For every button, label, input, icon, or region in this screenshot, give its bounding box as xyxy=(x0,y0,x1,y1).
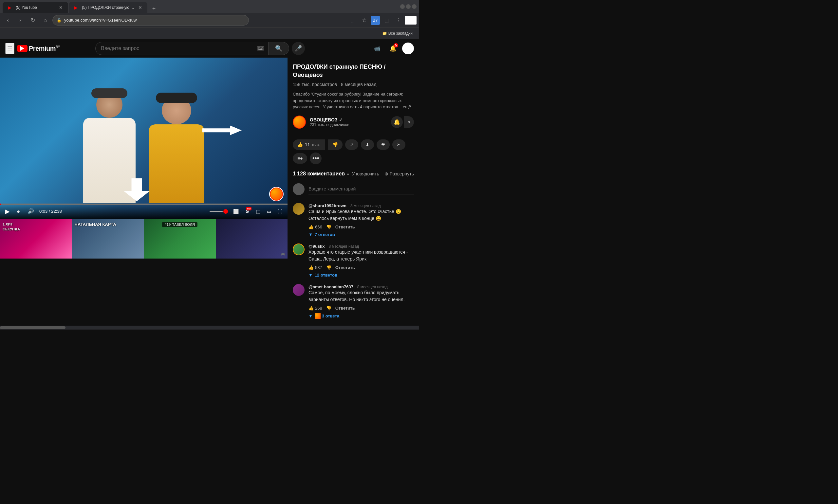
save-button[interactable]: ❤ xyxy=(377,140,390,150)
settings-badge: RD xyxy=(246,207,251,211)
bookmark-all[interactable]: 📁 Все закладки xyxy=(380,30,415,37)
fullscreen-button[interactable]: ⛶ xyxy=(276,208,284,215)
browser-tabs: ▶ (5) YouTube ✕ ▶ (5) ПРОДОЛЖИ странную … xyxy=(3,0,158,13)
theater-button[interactable]: ▭ xyxy=(266,208,273,215)
keyboard-button[interactable]: ⌨ xyxy=(253,42,268,55)
comment-1: @shura1992brown 8 месяцев назад Саша и Я… xyxy=(293,203,414,237)
maximize-button[interactable] xyxy=(406,4,411,9)
comment-author-2[interactable]: @9uslix xyxy=(309,244,325,249)
search-input[interactable] xyxy=(95,42,253,55)
settings-button[interactable]: ⋮ xyxy=(393,15,403,25)
tab-close-2[interactable]: ✕ xyxy=(138,5,142,10)
screen-cast-button[interactable]: ⬚ xyxy=(347,15,357,25)
thumbnail-2[interactable]: НАТАЛЬНАЯ КАРТА xyxy=(72,219,144,258)
comment-dislike-2[interactable]: 👎 xyxy=(326,265,331,270)
comment-input-row xyxy=(293,183,414,195)
comment-like-2[interactable]: 👍 537 xyxy=(309,265,322,270)
comment-like-1[interactable]: 👍 666 xyxy=(309,224,322,230)
channel-name-text: ОВОЩЕВОЗ xyxy=(310,117,338,122)
browser-tab-2[interactable]: ▶ (5) ПРОДОЛЖИ странную ПЕ... ✕ xyxy=(69,2,147,13)
yt-logo[interactable]: PremiumBY xyxy=(17,45,60,52)
next-button[interactable]: ⏭ xyxy=(15,208,22,215)
like-count-1: 666 xyxy=(315,224,322,230)
video-description[interactable]: Спасибо 'Студии союз' за рубрику! Задани… xyxy=(293,91,414,110)
channel-name[interactable]: ОВОЩЕВОЗ ✓ xyxy=(310,117,387,122)
yt-header-right: 📹 🔔 5 xyxy=(371,42,414,55)
like-button[interactable]: 👍 11 тыс. xyxy=(293,140,325,150)
profile-button[interactable]: BY xyxy=(371,16,380,25)
comment-2: @9uslix 8 месяцев назад Хорошо что стары… xyxy=(293,244,414,277)
like-count-2: 537 xyxy=(315,265,322,270)
browser-tab-1[interactable]: ▶ (5) YouTube ✕ xyxy=(3,2,68,13)
thumbnail-1[interactable]: 1 ХИТСЕКУНДА xyxy=(0,219,72,258)
more-actions-button[interactable]: ••• xyxy=(310,152,321,164)
comment-author-3[interactable]: @amet-hansaltan7637 xyxy=(309,284,353,289)
comment-input[interactable] xyxy=(309,184,414,194)
bookmark-button[interactable]: ☆ xyxy=(359,15,369,25)
queue-icon: ≡+ xyxy=(297,156,302,161)
channel-subscribers: 231 тыс. подписчиков xyxy=(310,122,387,127)
yt-header: ☰ PremiumBY ⌨ 🔍 🎤 📹 🔔 5 xyxy=(0,39,419,58)
comment-reply-2[interactable]: Ответить xyxy=(335,265,355,270)
comment-avatar-1[interactable] xyxy=(293,203,304,215)
show-replies-1[interactable]: ▼ 7 ответов xyxy=(309,232,414,237)
comment-reply-1[interactable]: Ответить xyxy=(335,224,355,230)
upload-button[interactable]: 📹 xyxy=(371,42,384,55)
video-frame xyxy=(0,58,287,219)
comment-avatar-3[interactable] xyxy=(293,284,304,296)
comment-avatar-2[interactable] xyxy=(293,244,304,255)
channel-avatar[interactable] xyxy=(293,115,306,129)
subtitles-button[interactable]: ⬜ xyxy=(232,208,240,215)
show-replies-3[interactable]: ▼ 3 ответа xyxy=(309,313,414,319)
clip-button[interactable]: ✂ xyxy=(392,140,405,150)
extension-button[interactable]: ⬚ xyxy=(381,15,392,25)
comment-author-1[interactable]: @shura1992brown xyxy=(309,203,347,208)
browser-frame: ▶ (5) YouTube ✕ ▶ (5) ПРОДОЛЖИ странную … xyxy=(0,0,419,39)
minimize-button[interactable] xyxy=(400,4,405,9)
channel-logo-overlay xyxy=(269,187,284,201)
address-bar[interactable]: 🔒 youtube.com/watch?v=G1eeNOD-suw xyxy=(52,15,249,25)
thumbnail-4[interactable]: 🎮 xyxy=(216,219,288,258)
comment-dislike-3[interactable]: 👎 xyxy=(326,306,331,310)
scrollbar-thumb[interactable] xyxy=(0,326,66,329)
hamburger-menu[interactable]: ☰ xyxy=(5,43,14,54)
like-icon-3: 👍 xyxy=(309,306,314,310)
browser-toolbar: ‹ › ↻ ⌂ 🔒 youtube.com/watch?v=G1eeNOD-su… xyxy=(0,13,419,28)
back-button[interactable]: ‹ xyxy=(3,15,13,25)
refresh-button[interactable]: ↻ xyxy=(28,15,38,25)
progress-bar[interactable] xyxy=(0,203,287,205)
close-button[interactable] xyxy=(412,4,417,9)
thumbnail-3[interactable]: #19 ПАВЕЛ ВОЛЯ xyxy=(144,219,216,258)
video-player[interactable]: ▶ ⏭ 🔊 0:03 / 22:38 ⬜ ⚙ RD xyxy=(0,58,287,219)
add-to-queue-button[interactable]: ≡+ xyxy=(293,153,307,164)
tab-close-1[interactable]: ✕ xyxy=(59,5,63,10)
bell-dropdown-button[interactable]: ▾ xyxy=(404,116,414,128)
comment-reply-3[interactable]: Ответить xyxy=(335,306,355,310)
dislike-button[interactable]: 👎 xyxy=(328,140,343,150)
sort-button[interactable]: ≡ Упорядочить xyxy=(347,171,379,176)
comment-like-3[interactable]: 👍 268 xyxy=(309,306,322,310)
user-avatar[interactable] xyxy=(402,42,414,54)
dislike-icon-3: 👎 xyxy=(326,306,331,310)
head-right xyxy=(162,96,191,124)
miniplayer-button[interactable]: ⬚ xyxy=(255,208,262,215)
bell-button[interactable]: 🔔 xyxy=(391,116,403,128)
volume-button[interactable]: 🔊 xyxy=(26,207,35,216)
forward-button[interactable]: › xyxy=(15,15,25,25)
comment-dislike-1[interactable]: 👎 xyxy=(326,224,331,230)
home-button[interactable]: ⌂ xyxy=(40,15,50,25)
play-button[interactable]: ▶ xyxy=(4,206,11,216)
expand-button[interactable]: ⊕ Развернуть xyxy=(384,171,414,176)
profile-avatar[interactable] xyxy=(405,16,417,24)
search-button[interactable]: 🔍 xyxy=(268,42,289,55)
bottom-scrollbar[interactable] xyxy=(0,326,419,329)
share-button[interactable]: ↗ xyxy=(345,140,358,150)
mic-button[interactable]: 🎤 xyxy=(292,42,305,55)
show-replies-2[interactable]: ▼ 12 ответов xyxy=(309,273,414,277)
settings-video-button[interactable]: ⚙ RD xyxy=(244,208,251,215)
download-button[interactable]: ⬇ xyxy=(361,140,374,150)
expand-replies-icon-2: ▼ xyxy=(309,273,313,277)
notifications-button[interactable]: 🔔 5 xyxy=(386,42,400,55)
comments-controls: ≡ Упорядочить ⊕ Развернуть xyxy=(347,171,414,176)
new-tab-button[interactable]: + xyxy=(149,4,158,13)
